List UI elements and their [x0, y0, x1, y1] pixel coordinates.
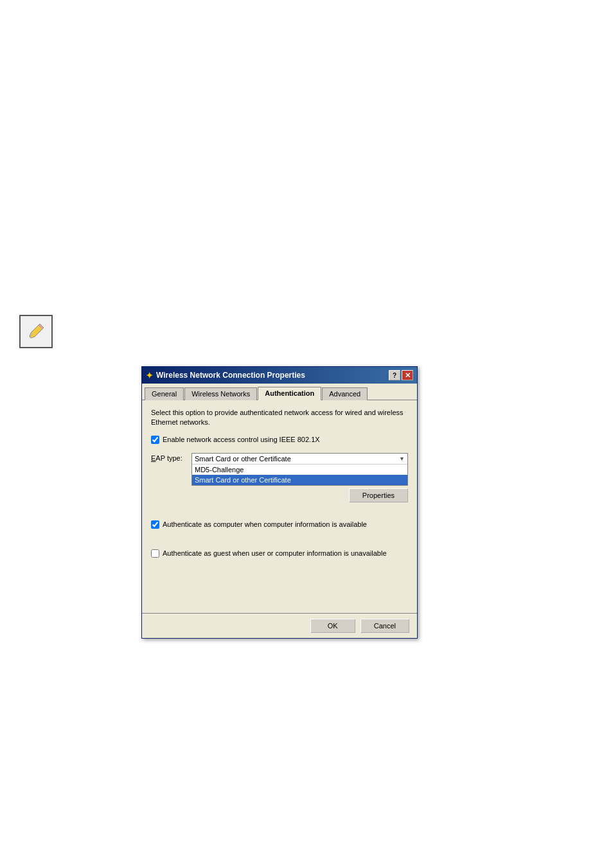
button-bar: OK Cancel — [142, 613, 417, 638]
ieee-checkbox[interactable] — [151, 436, 159, 444]
tab-authentication[interactable]: Authentication — [258, 387, 321, 400]
description-text: Select this option to provide authentica… — [151, 408, 408, 428]
dropdown-arrow-icon: ▼ — [399, 456, 405, 462]
pencil-icon — [26, 321, 46, 342]
eap-label-underline: E — [151, 454, 155, 462]
computer-auth-checkbox-row: Authenticate as computer when computer i… — [151, 520, 408, 529]
guest-auth-label: Authenticate as guest when user or compu… — [163, 549, 387, 557]
eap-row: EAP type: Smart Card or other Certificat… — [151, 453, 408, 486]
ieee-checkbox-label: Enable network access control using IEEE… — [163, 436, 320, 443]
computer-auth-label: Authenticate as computer when computer i… — [163, 520, 367, 528]
eap-dropdown-container: Smart Card or other Certificate ▼ MD5-Ch… — [191, 453, 408, 486]
ok-button[interactable]: OK — [310, 619, 355, 633]
dropdown-option-md5[interactable]: MD5-Challenge — [192, 465, 407, 475]
guest-auth-checkbox-row: Authenticate as guest when user or compu… — [151, 549, 408, 558]
guest-auth-checkbox[interactable] — [151, 549, 159, 558]
tab-advanced[interactable]: Advanced — [322, 387, 368, 400]
close-button[interactable]: ✕ — [402, 370, 413, 380]
tabs-bar: General Wireless Networks Authentication… — [142, 384, 417, 400]
edit-icon-box — [19, 315, 53, 348]
eap-dropdown[interactable]: Smart Card or other Certificate ▼ MD5-Ch… — [191, 453, 408, 486]
dialog-wireless-properties: ✦ Wireless Network Connection Properties… — [141, 366, 418, 639]
ieee-checkbox-row: Enable network access control using IEEE… — [151, 436, 408, 444]
eap-label: EAP type: — [151, 453, 186, 462]
tab-general[interactable]: General — [145, 387, 184, 400]
dialog-content: Select this option to provide authentica… — [142, 400, 417, 613]
dropdown-list: MD5-Challenge Smart Card or other Certif… — [192, 465, 407, 485]
tab-wireless-networks[interactable]: Wireless Networks — [184, 387, 257, 400]
titlebar-icon: ✦ — [146, 371, 153, 380]
titlebar-buttons: ? ✕ — [389, 370, 413, 380]
computer-auth-checkbox[interactable] — [151, 520, 159, 529]
help-button[interactable]: ? — [389, 370, 400, 380]
dropdown-selected-text: Smart Card or other Certificate — [195, 455, 291, 463]
titlebar-left: ✦ Wireless Network Connection Properties — [146, 371, 305, 380]
dropdown-header[interactable]: Smart Card or other Certificate ▼ — [192, 454, 407, 465]
dropdown-option-smartcard[interactable]: Smart Card or other Certificate — [192, 475, 407, 485]
properties-button[interactable]: Properties — [349, 488, 408, 502]
titlebar-title: Wireless Network Connection Properties — [156, 371, 305, 380]
titlebar: ✦ Wireless Network Connection Properties… — [142, 367, 417, 384]
edit-icon-container — [19, 315, 53, 348]
cancel-button[interactable]: Cancel — [360, 619, 409, 633]
